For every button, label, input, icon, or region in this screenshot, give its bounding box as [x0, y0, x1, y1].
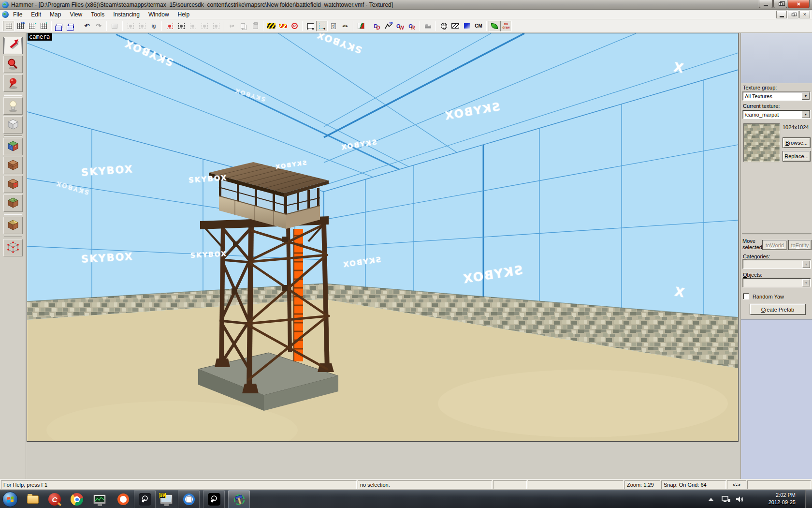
- objects-dropdown[interactable]: ▼: [742, 278, 811, 287]
- undo-button[interactable]: ↶: [81, 21, 93, 31]
- texture-application-tool-button[interactable]: [3, 138, 23, 155]
- menu-instancing[interactable]: Instancing: [109, 10, 144, 19]
- dd-toggle-button[interactable]: DD: [371, 21, 383, 31]
- sphere-helper-button[interactable]: [438, 21, 450, 31]
- flip-normals-button[interactable]: [355, 21, 367, 31]
- tray-network-icon[interactable]: [721, 495, 731, 503]
- menu-edit[interactable]: Edit: [27, 10, 45, 19]
- 3d-viewport-camera[interactable]: SKYBOX SKYBOX SKYBOX SKYBOX SKYBOX SKYBO…: [27, 33, 739, 442]
- menu-view[interactable]: View: [65, 10, 87, 19]
- taskbar-chrome-icon[interactable]: [69, 492, 85, 507]
- chevron-down-icon[interactable]: ▼: [802, 111, 810, 118]
- or-toggle-button[interactable]: OR: [406, 21, 418, 31]
- current-texture-label: Current texture:: [743, 103, 780, 109]
- selection-tool-button[interactable]: [3, 37, 23, 54]
- work-area: SKYBOX SKYBOX SKYBOX SKYBOX SKYBOX SKYBO…: [0, 33, 812, 479]
- taskbar-disc-tool-button[interactable]: [178, 490, 200, 508]
- tray-show-hidden-icon[interactable]: [709, 498, 713, 501]
- current-texture-dropdown[interactable]: /camo_marpat▼: [742, 110, 811, 119]
- move-selected-label: Moveselected:: [742, 238, 764, 251]
- texture-scale-lock-button[interactable]: [277, 21, 289, 31]
- smaller-grid-button[interactable]: -: [26, 21, 38, 31]
- hammer-window: Hammer - [D:\Program Files (x86)\Steam\s…: [0, 0, 812, 508]
- model-fade-button[interactable]: [489, 21, 500, 31]
- block-tool-button[interactable]: [3, 116, 23, 134]
- fade-preview-button[interactable]: [450, 21, 461, 31]
- texture-lock-tl-button[interactable]: tl: [328, 21, 339, 31]
- show-hidden-3-button[interactable]: [210, 21, 222, 31]
- clipping-tool-button[interactable]: [3, 217, 23, 234]
- start-button[interactable]: [2, 492, 18, 507]
- viewport-camera-label[interactable]: camera: [28, 33, 52, 41]
- create-prefab-button[interactable]: Create Prefab: [750, 304, 806, 315]
- toggle-3d-grid-button[interactable]: 3D: [14, 21, 26, 31]
- taskbar-ccleaner-icon[interactable]: C: [47, 492, 62, 507]
- menu-tools[interactable]: Tools: [87, 10, 109, 19]
- radius-culling-button[interactable]: R: [289, 21, 300, 31]
- ungroup-button[interactable]: [136, 21, 148, 31]
- menu-help[interactable]: Help: [174, 10, 194, 19]
- hide-unselected-button[interactable]: [175, 21, 187, 31]
- to-entity-button[interactable]: toEntity: [788, 240, 812, 250]
- categories-dropdown[interactable]: ▼: [742, 259, 811, 269]
- toggle-grid-button[interactable]: [3, 21, 14, 31]
- save-window-state-icon[interactable]: [65, 21, 77, 31]
- carve-button[interactable]: [109, 21, 120, 31]
- camera-tool-button[interactable]: [3, 75, 23, 92]
- nodraw-preview-button[interactable]: no draw: [500, 21, 512, 31]
- apply-texture-tool-button[interactable]: [3, 157, 23, 174]
- magnify-tool-button[interactable]: [3, 56, 23, 73]
- replace-button[interactable]: Replace...: [783, 151, 811, 162]
- vertex-tool-button[interactable]: [3, 239, 23, 256]
- slice-icon[interactable]: [422, 21, 434, 31]
- cut-button[interactable]: ✂: [226, 21, 238, 31]
- group-button[interactable]: [125, 21, 136, 31]
- menu-map[interactable]: Map: [45, 10, 65, 19]
- entity-tool-button[interactable]: [3, 97, 23, 115]
- texture-group-dropdown[interactable]: All Textures▼: [742, 91, 811, 101]
- mdi-minimize-button[interactable]: [776, 11, 787, 18]
- taskbar-system-monitor-icon[interactable]: [92, 492, 107, 507]
- taskbar-steam-client-button[interactable]: [203, 490, 225, 508]
- magnify-select-button[interactable]: [316, 21, 328, 31]
- chevron-down-icon[interactable]: ▼: [802, 92, 810, 100]
- taskbar-explorer-icon[interactable]: [25, 492, 41, 507]
- random-yaw-checkbox[interactable]: [743, 293, 749, 299]
- menu-window[interactable]: Window: [144, 10, 174, 19]
- mdi-close-button[interactable]: ✕: [799, 11, 810, 18]
- browse-button[interactable]: Browse...: [783, 137, 811, 148]
- texture-lock-button[interactable]: [265, 21, 277, 31]
- show-hidden-2-button[interactable]: [199, 21, 210, 31]
- ignore-groups-button[interactable]: ig: [148, 21, 160, 31]
- minimize-button[interactable]: [759, 0, 773, 8]
- status-resize-grip[interactable]: <->: [727, 480, 746, 489]
- close-button[interactable]: ✕: [788, 0, 810, 8]
- taskbar-fps-app-icon[interactable]: 99: [159, 492, 174, 507]
- show-desktop-button[interactable]: [805, 490, 812, 508]
- hide-selected-button[interactable]: [164, 21, 175, 31]
- ow-toggle-button[interactable]: OW: [394, 21, 406, 31]
- taskbar-hammer-button[interactable]: [228, 490, 250, 508]
- show-hidden-button[interactable]: [187, 21, 199, 31]
- tray-volume-icon[interactable]: [736, 495, 744, 503]
- redo-button[interactable]: ↷: [93, 21, 104, 31]
- restore-button[interactable]: [773, 0, 787, 8]
- tray-clock[interactable]: 2:02 PM 2012-09-25: [768, 492, 796, 506]
- select-box-button[interactable]: [304, 21, 316, 31]
- taskbar-origin-icon[interactable]: [116, 492, 131, 507]
- detail-objects-button[interactable]: [461, 21, 473, 31]
- taskbar-steam-button[interactable]: [134, 490, 156, 508]
- load-window-state-icon[interactable]: [54, 21, 65, 31]
- cordon-mode-button[interactable]: CM: [473, 21, 484, 31]
- mdi-restore-button[interactable]: [788, 11, 798, 18]
- apply-decal-tool-button[interactable]: [3, 176, 23, 193]
- path-3d-button[interactable]: 3D: [383, 21, 394, 31]
- texture-shift-tl-button[interactable]: ◂tl▸: [339, 21, 351, 31]
- copy-button[interactable]: [238, 21, 249, 31]
- to-world-button[interactable]: toWorld: [762, 240, 787, 250]
- apply-overlay-tool-button[interactable]: [3, 194, 23, 212]
- larger-grid-button[interactable]: +: [38, 21, 49, 31]
- texture-preview[interactable]: [743, 123, 780, 162]
- menu-file[interactable]: File: [9, 10, 27, 19]
- paste-button[interactable]: [249, 21, 261, 31]
